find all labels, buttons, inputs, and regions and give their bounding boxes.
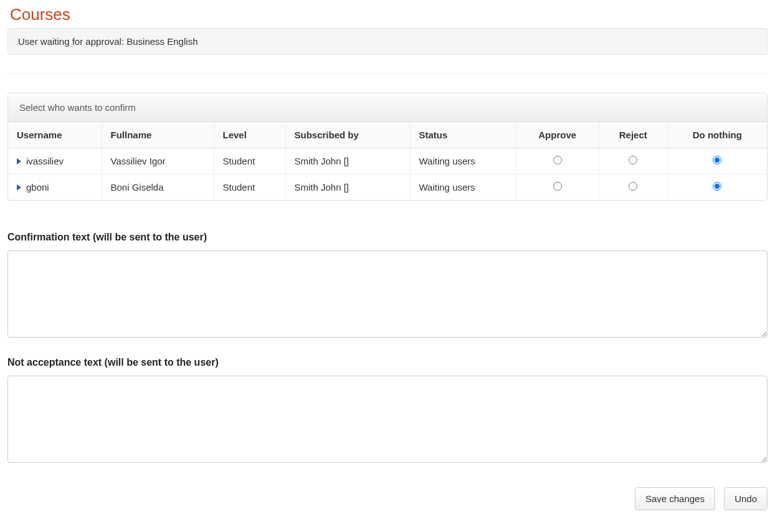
cell-reject (599, 174, 667, 201)
col-header-do-nothing: Do nothing (667, 122, 767, 148)
cell-status: Waiting users (410, 148, 516, 174)
col-header-approve: Approve (516, 122, 599, 148)
radio-reject[interactable] (629, 156, 637, 164)
col-header-subscribed-by: Subscribed by (285, 122, 410, 148)
cell-approve (516, 148, 599, 174)
button-row: Save changes Undo (7, 482, 768, 510)
table-row: gboniBoni GiseldaStudentSmith John []Wai… (8, 174, 767, 201)
cell-reject (599, 148, 667, 174)
username-text: ivassiliev (26, 156, 64, 166)
cell-username: gboni (8, 174, 102, 201)
rejection-label: Not acceptance text (will be sent to the… (7, 357, 768, 368)
cell-fullname: Boni Giselda (102, 174, 214, 201)
cell-fullname: Vassiliev Igor (102, 148, 214, 174)
rejection-section: Not acceptance text (will be sent to the… (7, 357, 768, 465)
save-changes-button[interactable]: Save changes (635, 487, 715, 510)
undo-button[interactable]: Undo (724, 487, 768, 510)
notice-bar: User waiting for approval: Business Engl… (7, 28, 768, 55)
confirmation-section: Confirmation text (will be sent to the u… (7, 232, 768, 340)
cell-level: Student (214, 148, 285, 174)
approval-panel: Select who wants to confirm Username Ful… (7, 93, 768, 201)
radio-approve[interactable] (553, 182, 562, 191)
col-header-status: Status (410, 122, 516, 148)
radio-approve[interactable] (553, 156, 562, 164)
username-text: gboni (26, 182, 49, 192)
panel-heading: Select who wants to confirm (8, 93, 767, 122)
col-header-level: Level (214, 122, 285, 148)
col-header-fullname: Fullname (102, 122, 214, 148)
users-table: Username Fullname Level Subscribed by St… (8, 122, 767, 200)
radio-do-nothing[interactable] (713, 182, 721, 191)
col-header-username: Username (8, 122, 102, 148)
expand-icon[interactable] (17, 184, 21, 191)
table-row: ivassilievVassiliev IgorStudentSmith Joh… (8, 148, 767, 174)
cell-approve (516, 174, 599, 201)
cell-do-nothing (667, 148, 767, 174)
page-title: Courses (7, 5, 768, 24)
expand-icon[interactable] (17, 158, 21, 164)
confirmation-textarea[interactable] (7, 250, 768, 338)
cell-username: ivassiliev (8, 148, 102, 174)
cell-do-nothing (667, 174, 767, 201)
cell-status: Waiting users (410, 174, 516, 201)
confirmation-label: Confirmation text (will be sent to the u… (7, 232, 768, 243)
cell-subscribed-by: Smith John [] (285, 148, 410, 174)
divider (7, 74, 768, 74)
radio-reject[interactable] (629, 182, 637, 191)
cell-subscribed-by: Smith John [] (285, 174, 410, 201)
rejection-textarea[interactable] (7, 376, 768, 463)
col-header-reject: Reject (599, 122, 667, 148)
cell-level: Student (214, 174, 285, 201)
radio-do-nothing[interactable] (713, 156, 721, 164)
